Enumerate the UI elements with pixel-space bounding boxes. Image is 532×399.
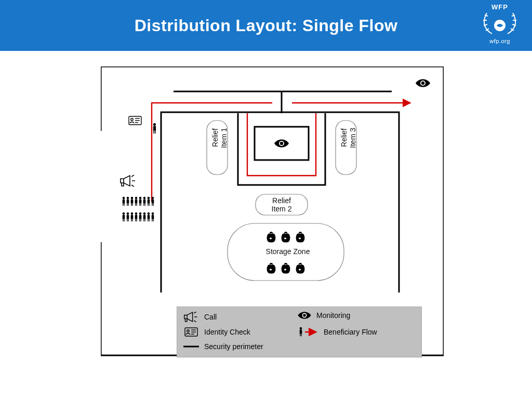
eye-icon bbox=[416, 79, 430, 87]
logo-bottom-text: wfp.org bbox=[477, 38, 523, 44]
legend-perimeter: Security perimeter bbox=[183, 342, 263, 351]
id-card-icon bbox=[129, 116, 141, 125]
legend-flow: Beneficiary Flow bbox=[298, 327, 377, 337]
logo-top-text: WFP bbox=[477, 3, 523, 11]
laurel-icon bbox=[481, 11, 519, 36]
relief-item-1-label: Relief Item 1 bbox=[211, 128, 229, 148]
relief-item-3-label: Relief Item 3 bbox=[340, 128, 357, 148]
relief-item-2-label: Relief Item 2 bbox=[266, 196, 297, 213]
legend-monitoring: Monitoring bbox=[298, 311, 350, 320]
crowd-icon bbox=[123, 197, 154, 222]
storage-zone-label: Storage Zone bbox=[262, 247, 314, 256]
legend-call: Call bbox=[183, 311, 217, 323]
megaphone-icon bbox=[121, 175, 135, 187]
wfp-logo: WFP wfp.org bbox=[477, 3, 523, 49]
legend-identity: Identity Check bbox=[183, 327, 250, 337]
person-icon bbox=[153, 123, 156, 134]
legend: Call Monitoring Identity Check Beneficia… bbox=[177, 307, 422, 357]
page-title: Distribution Layout: Single Flow bbox=[135, 16, 398, 35]
header-bar: Distribution Layout: Single Flow WFP wfp… bbox=[0, 0, 532, 51]
